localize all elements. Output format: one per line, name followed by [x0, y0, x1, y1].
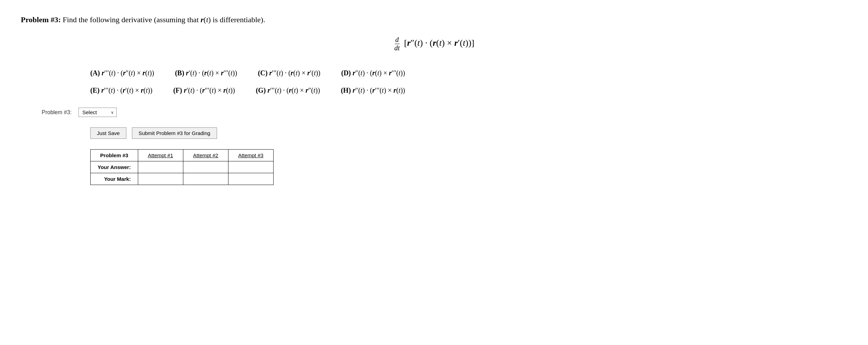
answer-option-D: (D) r″(t) · (r(t) × r′′′(t)): [341, 66, 405, 80]
select-problem-label: Problem #3:: [42, 109, 72, 116]
answer-option-C: (C) r′′′(t) · (r(t) × r′(t)): [258, 66, 320, 80]
problem-header-text: Find the following derivative (assuming …: [63, 15, 265, 24]
table-attempt2-answer: [183, 161, 228, 173]
table-your-mark-label: Your Mark:: [91, 173, 138, 185]
answers-block: (A) r′′′(t) · (r″(t) × r(t)) (B) r′(t) ·…: [90, 66, 847, 97]
answer-row-2: (E) r′′′(t) · (r′(t) × r(t)) (F) r′(t) ·…: [90, 83, 847, 97]
problem-header: Problem #3: Find the following derivativ…: [21, 14, 847, 25]
answer-row-1: (A) r′′′(t) · (r″(t) × r(t)) (B) r′(t) ·…: [90, 66, 847, 80]
answer-option-H: (H) r″(t) · (r′′′(t) × r(t)): [341, 83, 405, 97]
table-your-answer-row: Your Answer:: [91, 161, 274, 173]
fraction-d-dt: d dt: [394, 36, 401, 52]
formula-bracket-content: [r″(t) · (r(t) × r′(t))]: [404, 38, 474, 48]
fraction-numerator: d: [395, 36, 400, 44]
just-save-button[interactable]: Just Save: [90, 127, 126, 139]
table-attempt2-header[interactable]: Attempt #2: [183, 150, 228, 161]
table-attempt1-mark: [138, 173, 183, 185]
fraction-denominator: dt: [394, 44, 401, 52]
select-wrapper[interactable]: Select A B C D E F G H: [78, 108, 117, 117]
submit-button[interactable]: Submit Problem #3 for Grading: [132, 127, 217, 139]
answer-option-B: (B) r′(t) · (r(t) × r′′′(t)): [175, 66, 237, 80]
table-your-answer-label: Your Answer:: [91, 161, 138, 173]
table-attempt1-answer: [138, 161, 183, 173]
table-attempt3-mark: [228, 173, 273, 185]
table-problem-header: Problem #3: [91, 150, 138, 161]
answer-select[interactable]: Select A B C D E F G H: [78, 108, 117, 117]
table-attempt3-answer: [228, 161, 273, 173]
answer-option-F: (F) r′(t) · (r′′′(t) × r(t)): [173, 83, 235, 97]
answer-option-G: (G) r′′′(t) · (r(t) × r″(t)): [256, 83, 320, 97]
table-attempt3-header[interactable]: Attempt #3: [228, 150, 273, 161]
answer-option-E: (E) r′′′(t) · (r′(t) × r(t)): [90, 83, 152, 97]
problem-label: Problem #3:: [21, 15, 61, 24]
attempts-table: Problem #3 Attempt #1 Attempt #2 Attempt…: [90, 149, 274, 185]
table-your-mark-row: Your Mark:: [91, 173, 274, 185]
table-attempt1-header[interactable]: Attempt #1: [138, 150, 183, 161]
answer-option-A: (A) r′′′(t) · (r″(t) × r(t)): [90, 66, 154, 80]
buttons-row: Just Save Submit Problem #3 for Grading: [90, 127, 847, 139]
main-formula: d dt [r″(t) · (r(t) × r′(t))]: [21, 36, 847, 52]
problem-select-row: Problem #3: Select A B C D E F G H: [42, 108, 847, 117]
table-header-row: Problem #3 Attempt #1 Attempt #2 Attempt…: [91, 150, 274, 161]
table-attempt2-mark: [183, 173, 228, 185]
